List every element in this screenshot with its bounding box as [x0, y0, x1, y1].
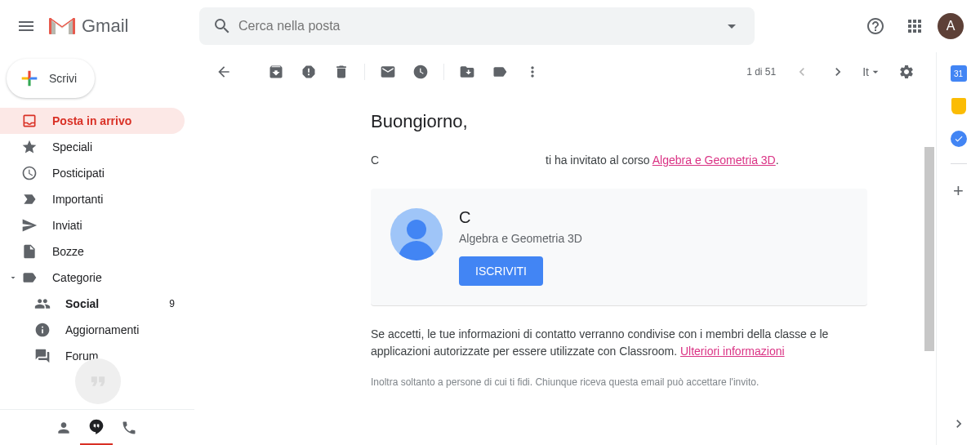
snooze-button[interactable] — [404, 56, 437, 88]
course-name: Algebra e Geometria 3D — [459, 232, 582, 245]
chevron-left-icon — [794, 64, 810, 80]
sidebar-item-inbox[interactable]: Posta in arrivo — [0, 108, 185, 134]
move-to-button[interactable] — [451, 56, 483, 88]
sidebar-item-label: Posticipati — [52, 167, 175, 180]
phone-tab[interactable] — [113, 410, 145, 446]
sidebar-item-snoozed[interactable]: Posticipati — [0, 160, 185, 186]
sidebar-item-sent[interactable]: Inviati — [0, 212, 185, 238]
input-tools-label: It — [862, 65, 869, 78]
important-icon — [21, 191, 38, 207]
svg-rect-1 — [73, 18, 75, 34]
more-vert-icon — [524, 64, 541, 80]
compose-label: Scrivi — [49, 72, 77, 85]
star-icon — [21, 139, 38, 155]
sidebar-item-starred[interactable]: Speciali — [0, 134, 185, 160]
caret-down-icon — [722, 16, 742, 36]
email-subject: Buongiorno, — [371, 111, 867, 132]
sidebar: Scrivi Posta in arrivo Speciali Posticip… — [0, 52, 194, 445]
quote-icon — [87, 370, 109, 393]
scrollbar[interactable] — [924, 147, 934, 351]
apps-button[interactable] — [898, 10, 931, 42]
invite-info: C Algebra e Geometria 3D ISCRIVITI — [459, 208, 582, 286]
search-bar[interactable] — [199, 7, 755, 45]
send-icon — [21, 217, 38, 234]
search-input[interactable] — [238, 19, 715, 33]
contacts-tab[interactable] — [47, 410, 80, 446]
compose-button[interactable]: Scrivi — [7, 59, 95, 98]
sidebar-item-label: Forum — [65, 349, 175, 363]
search-button[interactable] — [206, 10, 238, 42]
sidebar-item-drafts[interactable]: Bozze — [0, 238, 185, 265]
tasks-icon — [951, 131, 967, 147]
spam-button[interactable] — [292, 56, 325, 88]
phone-icon — [121, 420, 137, 436]
gmail-logo-icon — [49, 16, 75, 36]
pagination-label: 1 di 51 — [746, 66, 776, 78]
main-content: 1 di 51 It Buongiorno, C ti ha invitato … — [194, 52, 936, 445]
message-toolbar: 1 di 51 It — [194, 52, 936, 91]
toolbar-right: 1 di 51 It — [746, 56, 923, 88]
email-body[interactable]: Buongiorno, C ti ha invitato al corso Al… — [194, 91, 936, 445]
search-icon — [212, 16, 232, 36]
sender-initial: C — [371, 154, 379, 167]
course-link[interactable]: Algebra e Geometria 3D — [653, 154, 776, 167]
enroll-button[interactable]: ISCRIVITI — [459, 256, 543, 286]
email-content: Buongiorno, C ti ha invitato al corso Al… — [358, 91, 880, 407]
hangouts-tab[interactable] — [80, 410, 113, 446]
next-button[interactable] — [822, 56, 854, 88]
sidebar-item-label: Categorie — [52, 271, 185, 284]
caret-down-icon — [7, 273, 20, 283]
tasks-addon[interactable] — [951, 131, 967, 147]
period: . — [776, 154, 779, 167]
more-button[interactable] — [516, 56, 549, 88]
delete-button[interactable] — [325, 56, 358, 88]
collapse-side-panel-button[interactable] — [944, 409, 973, 438]
support-button[interactable] — [859, 10, 892, 42]
logo-area[interactable]: Gmail — [46, 16, 193, 37]
sidebar-item-label: Importanti — [52, 193, 175, 206]
delete-icon — [333, 64, 350, 80]
previous-button[interactable] — [786, 56, 818, 88]
calendar-addon[interactable]: 31 — [951, 65, 967, 82]
more-info-link[interactable]: Ulteriori informazioni — [680, 345, 785, 358]
input-tools-button[interactable]: It — [858, 65, 887, 78]
settings-button[interactable] — [890, 56, 923, 88]
keep-addon[interactable] — [951, 98, 967, 114]
sidebar-item-label: Speciali — [52, 140, 175, 154]
sidebar-item-label: Posta in arrivo — [52, 114, 175, 127]
get-addons-button[interactable]: + — [953, 180, 964, 202]
chevron-right-icon — [830, 64, 846, 80]
invite-text: C ti ha invitato al corso Algebra e Geom… — [371, 152, 867, 169]
archive-button[interactable] — [260, 56, 292, 88]
keep-icon — [951, 98, 966, 114]
hangouts-icon — [88, 418, 105, 434]
inviter-avatar — [390, 208, 443, 260]
inbox-icon — [21, 113, 38, 129]
sidebar-item-important[interactable]: Importanti — [0, 186, 185, 212]
mark-unread-button[interactable] — [372, 56, 404, 88]
invite-card: C Algebra e Geometria 3D ISCRIVITI — [371, 189, 867, 306]
person-icon — [56, 420, 72, 436]
account-avatar[interactable]: A — [938, 13, 964, 39]
label-icon — [21, 269, 38, 286]
labels-button[interactable] — [483, 56, 516, 88]
header: Gmail A — [0, 0, 980, 52]
back-button[interactable] — [207, 56, 240, 88]
svg-rect-0 — [49, 18, 51, 34]
label-icon — [492, 64, 508, 80]
compose-plus-icon — [16, 65, 42, 91]
sidebar-item-label: Inviati — [52, 219, 175, 232]
sidebar-category-social[interactable]: Social 9 — [0, 291, 185, 317]
people-icon — [34, 296, 51, 312]
forum-icon — [34, 348, 51, 364]
body: Scrivi Posta in arrivo Speciali Posticip… — [0, 52, 980, 445]
sidebar-item-label: Social — [65, 297, 169, 310]
sidebar-item-categories[interactable]: Categorie — [0, 265, 194, 291]
search-options-button[interactable] — [715, 10, 748, 42]
main-menu-button[interactable] — [7, 7, 46, 46]
arrow-back-icon — [216, 64, 232, 80]
clock-icon — [21, 165, 38, 181]
sidebar-category-updates[interactable]: Aggiornamenti — [0, 317, 185, 343]
disclaimer-text: Se accetti, le tue informazioni di conta… — [371, 326, 867, 360]
toolbar-divider — [443, 64, 444, 80]
